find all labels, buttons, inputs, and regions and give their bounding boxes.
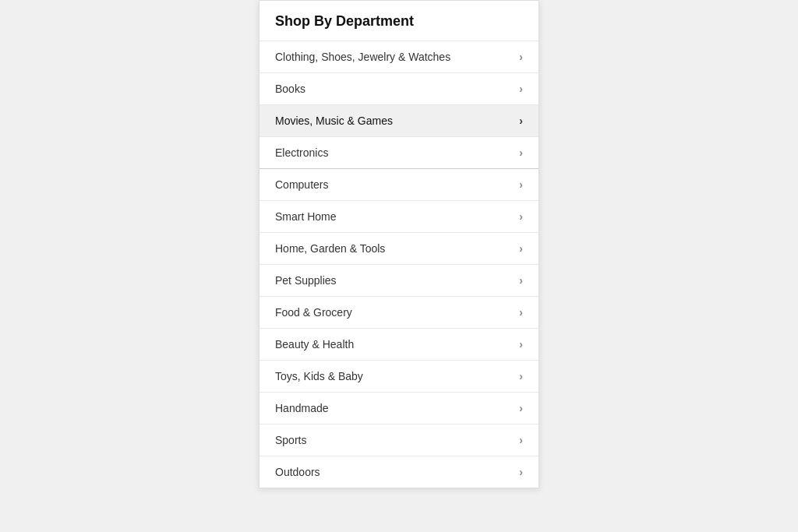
menu-item-computers[interactable]: Computers› xyxy=(260,168,538,200)
menu-item-label-sports: Sports xyxy=(275,434,306,446)
chevron-right-icon: › xyxy=(519,370,523,382)
menu-item-pet-supplies[interactable]: Pet Supplies› xyxy=(260,264,538,296)
menu-item-smart-home[interactable]: Smart Home› xyxy=(260,200,538,232)
chevron-right-icon: › xyxy=(519,210,523,223)
chevron-right-icon: › xyxy=(519,402,523,414)
chevron-right-icon: › xyxy=(519,178,523,191)
chevron-right-icon: › xyxy=(519,51,523,63)
chevron-right-icon: › xyxy=(519,338,523,351)
menu-item-label-books: Books xyxy=(275,83,305,95)
chevron-right-icon: › xyxy=(519,306,523,319)
panel-title: Shop By Department xyxy=(260,1,538,41)
menu-item-label-toys-kids: Toys, Kids & Baby xyxy=(275,370,363,382)
menu-item-sports[interactable]: Sports› xyxy=(260,424,538,456)
chevron-right-icon: › xyxy=(519,242,523,255)
chevron-right-icon: › xyxy=(519,434,523,446)
menu-item-label-food-grocery: Food & Grocery xyxy=(275,306,352,319)
chevron-right-icon: › xyxy=(519,83,523,95)
menu-item-books[interactable]: Books› xyxy=(260,72,538,104)
menu-item-handmade[interactable]: Handmade› xyxy=(260,392,538,424)
menu-item-electronics[interactable]: Electronics› xyxy=(260,136,538,168)
menu-item-label-clothing: Clothing, Shoes, Jewelry & Watches xyxy=(275,51,450,63)
menu-item-label-outdoors: Outdoors xyxy=(275,466,320,478)
menu-items-container: Clothing, Shoes, Jewelry & Watches›Books… xyxy=(260,41,538,488)
chevron-right-icon: › xyxy=(519,466,523,478)
chevron-right-icon: › xyxy=(519,115,523,127)
menu-item-label-pet-supplies: Pet Supplies xyxy=(275,274,337,287)
chevron-right-icon: › xyxy=(519,146,523,159)
menu-item-label-beauty-health: Beauty & Health xyxy=(275,338,354,351)
menu-item-food-grocery[interactable]: Food & Grocery› xyxy=(260,296,538,328)
menu-item-label-movies: Movies, Music & Games xyxy=(275,115,393,127)
menu-item-toys-kids[interactable]: Toys, Kids & Baby› xyxy=(260,360,538,392)
menu-item-label-computers: Computers xyxy=(275,178,328,191)
menu-item-label-smart-home: Smart Home xyxy=(275,210,337,223)
menu-item-label-home-garden: Home, Garden & Tools xyxy=(275,242,385,255)
chevron-right-icon: › xyxy=(519,274,523,287)
menu-item-label-handmade: Handmade xyxy=(275,402,329,414)
menu-item-beauty-health[interactable]: Beauty & Health› xyxy=(260,328,538,360)
menu-item-outdoors[interactable]: Outdoors› xyxy=(260,456,538,488)
menu-item-home-garden[interactable]: Home, Garden & Tools› xyxy=(260,232,538,264)
page-wrapper: Shop By Department Clothing, Shoes, Jewe… xyxy=(0,0,798,532)
menu-item-movies[interactable]: Movies, Music & Games› xyxy=(260,104,538,136)
menu-item-clothing[interactable]: Clothing, Shoes, Jewelry & Watches› xyxy=(260,41,538,72)
menu-item-label-electronics: Electronics xyxy=(275,146,328,159)
dropdown-panel: Shop By Department Clothing, Shoes, Jewe… xyxy=(259,0,539,488)
